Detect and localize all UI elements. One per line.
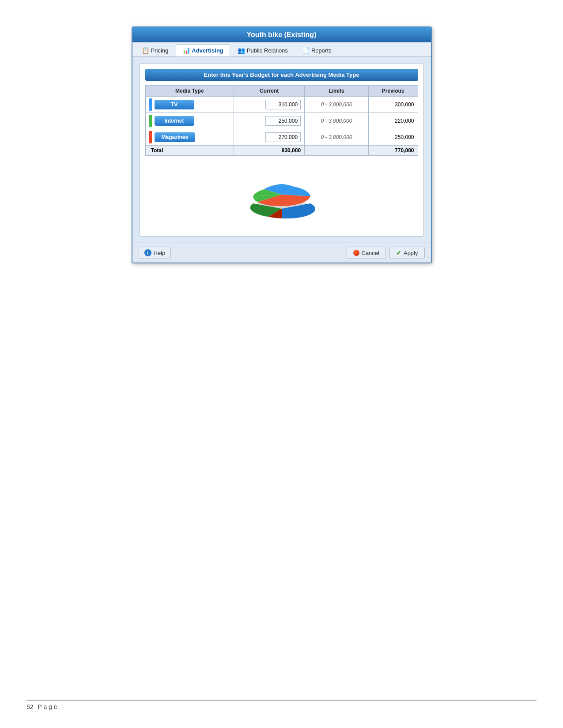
col-header-previous: Previous [368,86,418,97]
tv-previous-cell: 300,000 [368,97,418,113]
help-button[interactable]: i Help [139,247,171,259]
pie-chart [242,165,321,226]
magazines-limits-cell: 0 - 3,000,000 [305,129,369,146]
total-row: Total 830,000 770,000 [145,146,418,156]
internet-button[interactable]: Internet [155,116,194,126]
magazines-color-bar [149,131,152,143]
tab-pricing-label: Pricing [151,47,169,54]
internet-current-input[interactable] [265,116,301,126]
chart-area [145,156,418,231]
tab-reports[interactable]: 📄 Reports [295,44,338,56]
tab-public-relations[interactable]: 👥 Public Relations [231,44,295,56]
magazines-previous-cell: 250,000 [368,129,418,146]
main-window: Youth bike (Existing) 📋 Pricing 📊 Advert… [132,26,432,263]
advertising-icon: 📊 [182,47,190,54]
page-number: 52 [26,703,34,710]
window-title: Youth bike (Existing) [247,31,317,38]
magazines-current-input[interactable] [265,132,301,142]
tab-advertising-label: Advertising [192,47,223,54]
magazines-current-cell [234,129,305,146]
cancel-label: Cancel [362,250,379,256]
tv-current-cell [234,97,305,113]
col-header-current: Current [234,86,305,97]
apply-button[interactable]: ✓ Apply [389,247,425,259]
table-row: Internet 0 - 3,000,000 220,000 [145,113,418,129]
reports-icon: 📄 [302,47,310,54]
footer-bar: i Help Cancel ✓ Apply [132,243,431,263]
tv-current-input[interactable] [265,100,301,109]
tv-button[interactable]: TV [155,100,194,109]
magazines-button[interactable]: Magazines [155,132,196,142]
content-area: Enter this Year's Budget for each Advert… [132,57,431,243]
tabs-bar: 📋 Pricing 📊 Advertising 👥 Public Relatio… [132,42,431,57]
tab-pricing[interactable]: 📋 Pricing [135,44,175,56]
internet-limits-cell: 0 - 3,000,000 [305,113,369,129]
internet-previous-cell: 220,000 [368,113,418,129]
cancel-icon [353,250,359,256]
help-icon: i [144,249,151,256]
internet-current-cell [234,113,305,129]
total-previous: 770,000 [368,146,418,156]
total-limits-empty [305,146,369,156]
table-row: Magazines 0 - 3,000,000 250,000 [145,129,418,146]
apply-icon: ✓ [396,249,401,256]
page-footer: 52 P a g e [26,700,537,710]
budget-table: Media Type Current Limits Previous [145,85,418,156]
col-header-media-type: Media Type [145,86,234,97]
cancel-button[interactable]: Cancel [347,247,386,259]
total-current: 830,000 [234,146,305,156]
section-title: Enter this Year's Budget for each Advert… [145,69,418,81]
apply-label: Apply [404,250,418,256]
internet-color-bar [149,115,152,127]
total-label: Total [145,146,234,156]
col-header-limits: Limits [305,86,369,97]
tab-public-relations-label: Public Relations [247,47,288,54]
page-label: P a g e [38,703,57,710]
tab-advertising[interactable]: 📊 Advertising [176,44,230,56]
table-row: TV 0 - 3,000,000 300,000 [145,97,418,113]
tv-limits-cell: 0 - 3,000,000 [305,97,369,113]
title-bar: Youth bike (Existing) [132,27,431,42]
tv-color-bar [149,98,152,111]
pricing-icon: 📋 [142,47,149,54]
action-buttons: Cancel ✓ Apply [347,247,425,259]
public-relations-icon: 👥 [238,47,245,54]
tab-reports-label: Reports [311,47,332,54]
help-label: Help [154,250,166,256]
